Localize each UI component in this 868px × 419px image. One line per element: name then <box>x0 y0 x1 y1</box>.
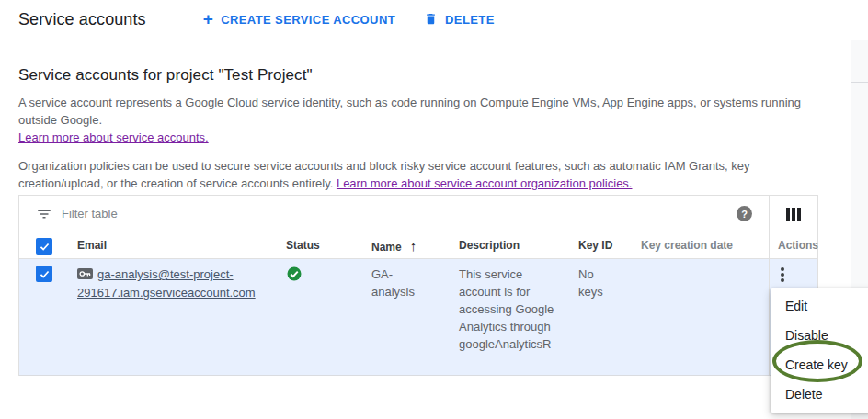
side-panel-rail-top <box>851 40 868 83</box>
table-row[interactable]: ga-analysis@test-project-291617.iam.gser… <box>19 259 817 376</box>
actions-menu: Edit Disable Create key Delete <box>771 288 868 413</box>
service-account-key-icon <box>77 268 93 282</box>
create-service-account-label: CREATE SERVICE ACCOUNT <box>221 13 395 27</box>
help-glyph: ? <box>741 209 748 220</box>
row-checkbox[interactable] <box>36 266 52 282</box>
top-toolbar: Service accounts + CREATE SERVICE ACCOUN… <box>0 0 868 40</box>
column-header-email[interactable]: Email <box>77 232 267 259</box>
menu-item-create-key[interactable]: Create key <box>771 350 868 379</box>
column-header-key-creation-date[interactable]: Key creation date <box>641 232 733 259</box>
checkbox-checked-icon <box>36 266 52 282</box>
create-service-account-button[interactable]: + CREATE SERVICE ACCOUNT <box>203 11 395 28</box>
column-header-description[interactable]: Description <box>459 232 558 259</box>
service-accounts-table-card: ? Email Status Name↑ Description Key I <box>18 195 818 376</box>
trash-icon <box>424 12 438 28</box>
column-header-name[interactable]: Name↑ <box>371 232 423 261</box>
menu-item-delete[interactable]: Delete <box>771 379 868 409</box>
plus-icon: + <box>203 10 214 28</box>
menu-item-disable[interactable]: Disable <box>771 321 868 350</box>
table-filter-bar: ? <box>19 196 817 232</box>
help-icon[interactable]: ? <box>737 206 752 221</box>
service-account-name: GA-analysis <box>371 266 423 300</box>
status-enabled-icon <box>286 266 303 287</box>
section-heading: Service accounts for project "Test Proje… <box>18 66 851 85</box>
intro-text: A service account represents a Google Cl… <box>18 96 801 127</box>
service-accounts-page: Service accounts + CREATE SERVICE ACCOUN… <box>0 0 868 419</box>
learn-more-service-accounts-link[interactable]: Learn more about service accounts. <box>18 129 209 146</box>
table-header-row: Email Status Name↑ Description Key ID Ke… <box>19 232 817 259</box>
service-account-email-cell: ga-analysis@test-project-291617.iam.gser… <box>77 266 267 301</box>
column-header-status[interactable]: Status <box>286 232 320 259</box>
org-policies-paragraph: Organization policies can be used to sec… <box>18 157 815 192</box>
service-account-key-id: No keys <box>578 266 617 300</box>
service-account-description: This service account is for accessing Go… <box>459 266 558 353</box>
service-account-email-link[interactable]: ga-analysis@test-project-291617.iam.gser… <box>77 267 256 300</box>
sort-ascending-icon: ↑ <box>410 238 417 254</box>
learn-more-org-policies-link[interactable]: Learn more about service account organiz… <box>337 176 633 190</box>
delete-button[interactable]: DELETE <box>424 12 495 28</box>
filter-icon <box>36 206 52 226</box>
select-all-checkbox[interactable] <box>36 237 52 255</box>
column-display-icon[interactable] <box>769 196 817 232</box>
column-header-key-id[interactable]: Key ID <box>578 232 617 259</box>
menu-item-edit[interactable]: Edit <box>771 291 868 321</box>
checkbox-checked-icon <box>36 238 52 255</box>
actions-column-divider <box>769 259 770 375</box>
delete-button-label: DELETE <box>445 13 495 27</box>
filter-table-input[interactable] <box>62 201 411 225</box>
row-actions-kebab-icon[interactable] <box>771 264 794 286</box>
column-header-actions: Actions <box>778 232 818 259</box>
main-content: Service accounts for project "Test Proje… <box>0 40 851 192</box>
page-title: Service accounts <box>18 10 146 29</box>
intro-paragraph: A service account represents a Google Cl… <box>18 94 815 146</box>
actions-column-divider <box>769 232 770 258</box>
